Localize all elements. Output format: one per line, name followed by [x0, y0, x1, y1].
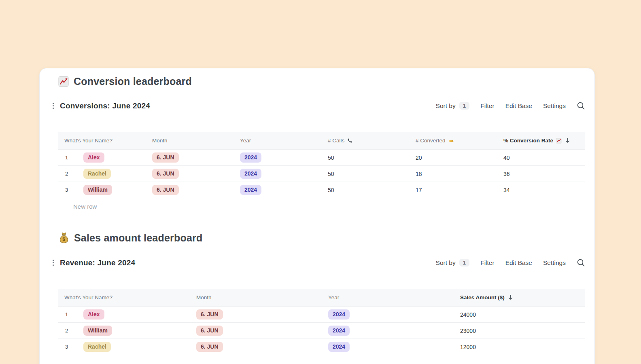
search-button[interactable] — [577, 102, 585, 110]
view-header-revenue: Revenue: June 2024 Sort by 1 Filter Edit… — [58, 256, 585, 269]
sales-value: 24000 — [454, 311, 585, 318]
edit-base-button[interactable]: Edit Base — [505, 259, 532, 267]
table-row[interactable]: 2 William 6. JUN 2024 23000 — [58, 323, 585, 339]
chart-increasing-icon — [58, 76, 69, 87]
row-number: 2 — [65, 328, 83, 334]
filter-button[interactable]: Filter — [480, 259, 494, 267]
converted-value: 20 — [410, 154, 497, 161]
column-header-month: Month — [190, 294, 322, 301]
name-badge: Alex — [83, 152, 104, 163]
row-number: 1 — [65, 154, 83, 161]
column-header-name: What's Your Name? — [58, 294, 190, 301]
table-row[interactable]: 1 Alex 6. JUN 2024 24000 — [58, 307, 585, 323]
name-badge: William — [83, 185, 112, 195]
table-row[interactable]: 1 Alex 6. JUN 2024 50 20 40 — [58, 150, 585, 166]
column-header-month: Month — [146, 138, 234, 144]
filter-button[interactable]: Filter — [480, 102, 494, 110]
table-header-row: What's Your Name? Month Year # Calls # C… — [58, 132, 585, 150]
column-header-calls: # Calls — [322, 138, 410, 144]
money-bag-icon: $ — [58, 232, 70, 244]
conversions-table: What's Your Name? Month Year # Calls # C… — [58, 132, 585, 198]
column-header-name: What's Your Name? — [58, 138, 146, 144]
revenue-table: What's Your Name? Month Year Sales Amoun… — [58, 289, 585, 355]
search-button[interactable] — [577, 258, 585, 267]
row-number: 1 — [65, 311, 83, 317]
year-badge: 2024 — [240, 152, 261, 163]
month-badge: 6. JUN — [196, 326, 223, 336]
view-toolbar: Sort by 1 Filter Edit Base Settings — [436, 258, 585, 267]
sort-by-button[interactable]: Sort by 1 — [436, 259, 470, 267]
sort-descending-icon — [507, 294, 514, 301]
year-badge: 2024 — [328, 342, 350, 352]
dashboard-card: Conversion leaderboard Conversions: June… — [39, 68, 595, 364]
edit-base-button[interactable]: Edit Base — [505, 102, 532, 110]
calls-value: 50 — [322, 154, 410, 161]
rate-value: 34 — [497, 187, 585, 193]
column-header-year: Year — [234, 138, 322, 144]
sales-value: 23000 — [454, 328, 585, 334]
settings-button[interactable]: Settings — [543, 102, 566, 110]
search-icon — [577, 258, 585, 267]
sort-count-badge: 1 — [459, 102, 470, 110]
drag-handle-icon[interactable] — [52, 102, 55, 110]
table-header-row: What's Your Name? Month Year Sales Amoun… — [58, 289, 585, 307]
month-badge: 6. JUN — [152, 185, 179, 195]
name-badge: Rachel — [83, 342, 111, 352]
year-badge: 2024 — [240, 169, 261, 179]
section-title-sales: $ Sales amount leaderboard — [58, 231, 594, 245]
section-title-conversion: Conversion leaderboard — [58, 74, 594, 88]
name-badge: William — [83, 326, 112, 336]
column-header-sales-label: Sales Amount ($) — [460, 294, 505, 301]
column-header-rate: % Conversion Rate — [497, 138, 585, 144]
chart-increasing-icon — [556, 138, 562, 144]
year-badge: 2024 — [240, 185, 261, 195]
view-toolbar: Sort by 1 Filter Edit Base Settings — [436, 102, 585, 110]
calls-value: 50 — [322, 187, 410, 193]
table-row[interactable]: 3 Rachel 6. JUN 2024 12000 — [58, 339, 585, 355]
section-title-text: Conversion leaderboard — [74, 76, 192, 87]
column-header-calls-label: # Calls — [328, 138, 344, 144]
section-title-text: Sales amount leaderboard — [74, 232, 202, 244]
drag-handle-icon[interactable] — [52, 259, 55, 267]
column-header-rate-label: % Conversion Rate — [503, 138, 553, 144]
search-icon — [577, 102, 585, 110]
month-badge: 6. JUN — [196, 342, 223, 352]
view-name: Revenue: June 2024 — [60, 258, 135, 267]
name-badge: Rachel — [83, 169, 111, 179]
handshake-icon — [448, 138, 454, 143]
new-row-button[interactable]: New row — [58, 198, 585, 215]
sort-by-button[interactable]: Sort by 1 — [436, 102, 470, 110]
sort-by-label: Sort by — [436, 102, 456, 110]
table-row[interactable]: 2 Rachel 6. JUN 2024 50 18 36 — [58, 166, 585, 182]
rate-value: 36 — [497, 171, 585, 177]
calls-value: 50 — [322, 171, 410, 177]
rate-value: 40 — [497, 154, 585, 161]
sort-count-badge: 1 — [459, 259, 470, 267]
name-badge: Alex — [83, 309, 104, 320]
column-header-year: Year — [322, 294, 454, 301]
month-badge: 6. JUN — [196, 309, 223, 320]
converted-value: 18 — [410, 171, 497, 177]
column-header-sales: Sales Amount ($) — [454, 294, 585, 301]
table-row[interactable]: 3 William 6. JUN 2024 50 17 34 — [58, 182, 585, 198]
row-number: 2 — [65, 171, 83, 177]
row-number: 3 — [65, 187, 83, 193]
settings-button[interactable]: Settings — [543, 259, 566, 267]
sort-by-label: Sort by — [436, 259, 456, 267]
sales-value: 12000 — [454, 344, 585, 350]
column-header-converted-label: # Converted — [416, 138, 446, 144]
sort-descending-icon — [565, 138, 571, 144]
svg-text:$: $ — [63, 237, 66, 242]
row-number: 3 — [65, 344, 83, 350]
year-badge: 2024 — [328, 326, 350, 336]
view-header-conversions: Conversions: June 2024 Sort by 1 Filter … — [58, 99, 585, 112]
converted-value: 17 — [410, 187, 497, 193]
month-badge: 6. JUN — [152, 169, 179, 179]
month-badge: 6. JUN — [152, 152, 179, 163]
phone-icon — [347, 138, 352, 143]
view-name: Conversions: June 2024 — [60, 102, 150, 110]
year-badge: 2024 — [328, 309, 350, 320]
column-header-converted: # Converted — [410, 138, 497, 144]
